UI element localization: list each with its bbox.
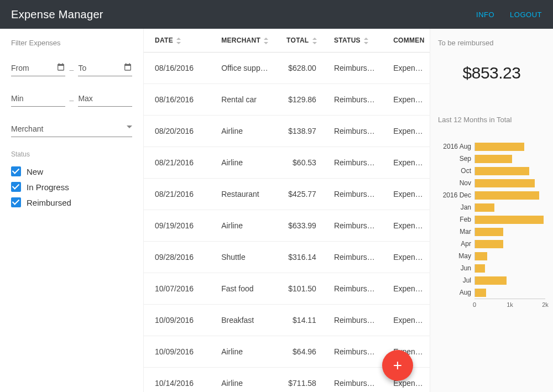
chart-category-label: May: [438, 252, 474, 260]
chart-row: Jan: [438, 201, 545, 213]
chart-axis-tick: 0: [473, 301, 476, 308]
range-dash: –: [70, 96, 74, 107]
cell-total: $425.77: [275, 179, 323, 210]
chart-category-label: Mar: [438, 228, 474, 236]
chart-category-label: Jul: [438, 276, 474, 284]
table-scroll[interactable]: DATE MERCHANT TOTAL STATUS COMMEN 08/16/…: [144, 29, 430, 392]
col-header-total[interactable]: TOTAL: [275, 29, 323, 53]
cell-status: Reimbursed: [323, 305, 382, 336]
monthly-chart: 2016 AugSepOctNov2016 DecJanFebMarAprMay…: [438, 140, 545, 299]
filter-title: Filter Expenses: [11, 39, 132, 47]
status-checkbox-new[interactable]: New: [11, 164, 132, 179]
cell-status: Reimbursed: [323, 210, 382, 242]
calendar-icon[interactable]: [56, 62, 65, 71]
chart-bar: [475, 143, 524, 151]
col-header-merchant[interactable]: MERCHANT: [210, 29, 275, 53]
expense-table: DATE MERCHANT TOTAL STATUS COMMEN 08/16/…: [144, 29, 430, 392]
chart-bar-track: [474, 240, 545, 248]
add-expense-fab[interactable]: +: [382, 350, 413, 381]
col-header-comment[interactable]: COMMEN: [382, 29, 430, 53]
cell-comment: Expense trip.: [382, 273, 430, 305]
date-from-field[interactable]: From: [11, 60, 65, 76]
table-row[interactable]: 09/19/2016Airline$633.99ReimbursedExpens…: [144, 210, 430, 242]
merchant-select-field[interactable]: Merchant: [11, 121, 132, 137]
cell-date: 08/16/2016: [144, 84, 210, 116]
cell-comment: Expense trip.: [382, 210, 430, 242]
table-row[interactable]: 10/09/2016Breakfast$14.11ReimbursedExpen…: [144, 305, 430, 336]
chart-row: 2016 Aug: [438, 140, 545, 153]
checkbox-label: Reimbursed: [27, 198, 71, 207]
table-row[interactable]: 08/21/2016Restaurant$425.77ReimbursedExp…: [144, 179, 430, 210]
chart-bar-track: [474, 203, 545, 212]
merchant-select[interactable]: [11, 121, 132, 137]
cell-status: Reimbursed: [323, 147, 382, 179]
status-checkbox-reimbursed[interactable]: Reimbursed: [11, 195, 132, 210]
cell-total: $138.97: [275, 116, 323, 147]
table-row[interactable]: 08/16/2016Office supplies$628.00Reimburs…: [144, 53, 430, 84]
calendar-icon[interactable]: [123, 62, 132, 71]
table-row[interactable]: 08/20/2016Airline$138.97ReimbursedExpens…: [144, 116, 430, 147]
chart-bar-track: [474, 228, 545, 236]
cell-comment: Expense trip.: [382, 305, 430, 336]
chart-bar: [475, 179, 535, 187]
max-field[interactable]: Max: [78, 91, 132, 107]
chart-category-label: Oct: [438, 167, 474, 175]
cell-total: $64.96: [275, 336, 323, 368]
date-to-field[interactable]: To: [78, 60, 132, 76]
chart-category-label: Aug: [438, 289, 474, 296]
chart-bar-track: [474, 155, 545, 163]
chart-bar: [475, 203, 494, 212]
expense-table-area: DATE MERCHANT TOTAL STATUS COMMEN 08/16/…: [144, 29, 430, 392]
cell-total: $711.58: [275, 368, 323, 393]
max-input[interactable]: [78, 91, 132, 107]
cell-merchant: Airline: [210, 116, 275, 147]
table-row[interactable]: 08/21/2016Airline$60.53ReimbursedExpense…: [144, 147, 430, 179]
chart-row: Feb: [438, 213, 545, 226]
cell-status: Reimbursed: [323, 53, 382, 84]
min-field[interactable]: Min: [11, 91, 65, 107]
chart-category-label: Jan: [438, 203, 474, 211]
cell-status: Reimbursed: [323, 273, 382, 305]
cell-date: 10/09/2016: [144, 336, 210, 368]
cell-comment: Expense trip.: [382, 147, 430, 179]
chart-bar-track: [474, 179, 545, 187]
chart-category-label: Jun: [438, 264, 474, 272]
cell-date: 08/21/2016: [144, 179, 210, 210]
app-header: Expense Manager INFO LOGOUT: [0, 0, 553, 29]
reimburse-amount: $853.23: [438, 64, 545, 82]
chart-category-label: Sep: [438, 155, 474, 163]
cell-comment: Expense trip.: [382, 53, 430, 84]
sort-icon: [364, 38, 368, 44]
table-row[interactable]: 08/16/2016Rental car$129.86ReimbursedExp…: [144, 84, 430, 116]
range-dash: –: [70, 65, 74, 76]
col-header-date[interactable]: DATE: [144, 29, 210, 53]
filter-sidebar: Filter Expenses From – To Min: [0, 29, 144, 392]
cell-date: 08/16/2016: [144, 53, 210, 84]
chart-row: 2016 Dec: [438, 189, 545, 201]
chart-row: May: [438, 250, 545, 262]
chart-bar: [475, 228, 503, 236]
sort-icon: [176, 38, 181, 44]
chart-axis-tick: 1k: [507, 301, 513, 308]
logout-link[interactable]: LOGOUT: [510, 11, 542, 19]
checkbox-icon: [11, 182, 21, 192]
cell-merchant: Shuttle: [210, 242, 275, 273]
chart-axis-tick: 2k: [542, 301, 549, 308]
cell-date: 10/14/2016: [144, 368, 210, 393]
table-row[interactable]: 09/28/2016Shuttle$316.14ReimbursedExpens…: [144, 242, 430, 273]
chart-title: Last 12 Months in Total: [438, 116, 545, 124]
chart-row: Nov: [438, 177, 545, 189]
chart-bar-track: [474, 143, 545, 151]
cell-total: $633.99: [275, 210, 323, 242]
min-input[interactable]: [11, 91, 65, 107]
app-title: Expense Manager: [11, 8, 103, 21]
col-header-status[interactable]: STATUS: [323, 29, 382, 53]
info-link[interactable]: INFO: [476, 11, 494, 19]
chart-category-label: 2016 Dec: [438, 191, 474, 199]
cell-status: Reimbursed: [323, 116, 382, 147]
status-checkbox-in-progress[interactable]: In Progress: [11, 179, 132, 195]
cell-date: 10/09/2016: [144, 305, 210, 336]
chart-bar: [475, 167, 529, 175]
cell-comment: Expense trip.: [382, 242, 430, 273]
table-row[interactable]: 10/07/2016Fast food$101.50ReimbursedExpe…: [144, 273, 430, 305]
